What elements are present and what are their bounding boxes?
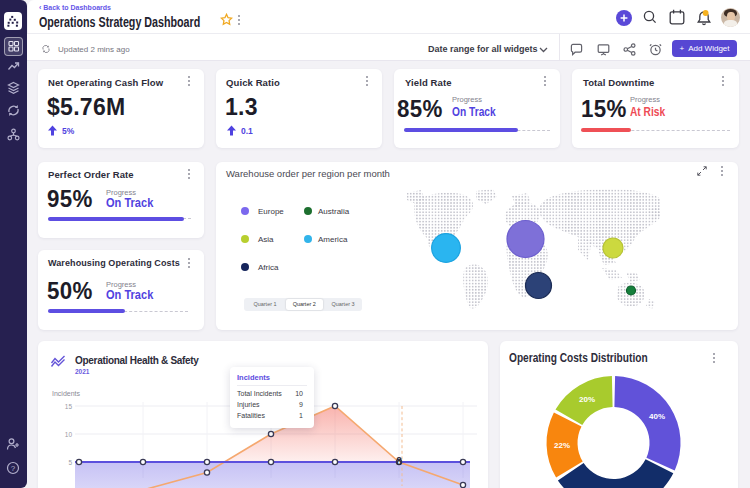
svg-text:20%: 20% (579, 395, 595, 404)
svg-text:8: 8 (396, 456, 402, 467)
svg-text:10: 10 (65, 431, 73, 438)
svg-text:?: ? (11, 464, 16, 473)
svg-text:40%: 40% (649, 412, 665, 421)
svg-text:15: 15 (65, 403, 73, 410)
svg-text:5: 5 (68, 459, 72, 466)
svg-text:22%: 22% (554, 441, 570, 450)
